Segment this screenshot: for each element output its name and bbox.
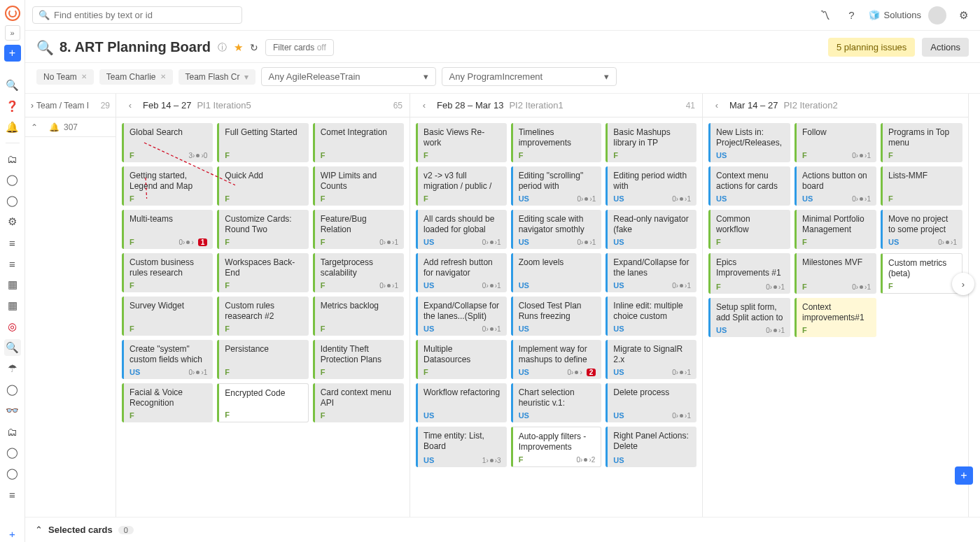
board-card[interactable]: Auto-apply filters - ImprovementsF0››2 <box>511 427 602 467</box>
board-card[interactable]: Common workflow improvementsF <box>708 210 790 249</box>
filter-cards-button[interactable]: Filter cards off <box>265 39 334 56</box>
board-card[interactable]: Expand/Collapse for the lanesUS0››1 <box>606 253 696 292</box>
board-card[interactable]: Lists-MMFF <box>881 166 962 206</box>
list-icon-3[interactable]: ≡ <box>4 486 21 503</box>
board-card[interactable]: Quick AddF <box>217 166 308 206</box>
board-card[interactable]: Global SearchF3››0 <box>122 123 213 162</box>
board-card[interactable]: Identity Theft Protection PlansF <box>313 340 404 379</box>
board-card[interactable]: Actions button on boardUS0››1 <box>794 166 876 206</box>
board-card[interactable]: Move no project to some project withUS0›… <box>881 210 962 249</box>
team-chip-charlie[interactable]: Team Charlie✕ <box>99 69 173 85</box>
actions-button[interactable]: Actions <box>922 38 969 57</box>
board-card[interactable]: Metrics backlogF <box>313 297 404 336</box>
board-card[interactable]: Create "system" custom fields whichUS0››… <box>122 340 213 379</box>
user-avatar[interactable] <box>928 6 946 24</box>
board-card[interactable]: Targetprocess scalabilityF0››1 <box>313 253 404 292</box>
board-card[interactable]: Implement way for mashups to defineUS0››… <box>511 340 602 379</box>
board-card[interactable]: WIP Limits and CountsF <box>313 166 404 206</box>
settings-sliders-icon[interactable]: ⚙ <box>4 213 21 230</box>
board-card[interactable]: Delete processUS0››1 <box>606 383 696 422</box>
board-card[interactable]: Editing scale with navigator smothlyUS0›… <box>511 210 602 249</box>
help-nav-icon[interactable]: ❓ <box>4 98 21 115</box>
board-card[interactable]: Card context menu APIF <box>313 383 404 422</box>
board-card[interactable]: Context menu actions for cards v2US <box>708 166 790 206</box>
board-card[interactable]: Multiple DatasourcesF <box>416 340 507 379</box>
grid-icon-2[interactable]: ▦ <box>4 297 21 314</box>
close-icon[interactable]: ✕ <box>81 73 87 80</box>
global-search[interactable]: 🔍 <box>32 6 242 24</box>
planning-issues-button[interactable]: 5 planning issues <box>828 38 915 57</box>
circle-icon-4[interactable]: ◯ <box>4 465 21 482</box>
magnifier-icon[interactable]: 🔍 <box>4 339 21 356</box>
board-card[interactable]: Facial & Voice RecognitionF <box>122 383 213 422</box>
team-chip-noteam[interactable]: No Team✕ <box>36 69 94 85</box>
board-card[interactable]: Custom business rules researchF <box>122 253 213 292</box>
clock-icon[interactable]: ◯ <box>4 381 21 398</box>
folder-icon[interactable]: 🗂 <box>4 150 21 167</box>
target-icon[interactable]: ◎ <box>4 318 21 335</box>
board-card[interactable]: Custom metrics (beta)F <box>881 253 962 294</box>
board-card[interactable]: Right Panel Actions: DeleteUS <box>606 427 696 467</box>
board-card[interactable]: Expand/Collapse for the lanes...(Split)U… <box>416 297 507 336</box>
analytics-icon[interactable]: 〽 <box>816 6 835 25</box>
board-card[interactable]: Getting started, Legend and MapF <box>122 166 213 206</box>
list-icon-2[interactable]: ≡ <box>4 255 21 272</box>
board-card[interactable]: PersistanceF <box>217 340 308 379</box>
search-input[interactable] <box>54 10 236 20</box>
help-icon[interactable]: ? <box>842 6 862 25</box>
search-icon[interactable]: 🔍 <box>4 77 21 94</box>
board-card[interactable]: v2 -> v3 full migration / public /F <box>416 166 507 206</box>
board-card[interactable]: Basic Mashups library in TPF <box>606 123 696 162</box>
board-card[interactable]: Basic Views Re-workF <box>416 123 507 162</box>
board-card[interactable]: Epics Improvements #1F0››1 <box>708 253 790 294</box>
board-card[interactable]: Custom rules reasearch #2F <box>217 297 308 336</box>
board-card[interactable]: Zoom levelsUS <box>511 253 602 292</box>
board-card[interactable]: Timelines improvementsF <box>511 123 602 162</box>
team-chip-flash[interactable]: Team Flash Cr▾ <box>178 69 255 85</box>
board-card[interactable]: Full Getting StartedF <box>217 123 308 162</box>
board-card[interactable]: Inline edit: multiple choice customUS <box>606 297 696 336</box>
list-icon[interactable]: ≡ <box>4 234 21 251</box>
chevron-up-icon[interactable]: ⌃ <box>35 525 43 535</box>
glasses-icon[interactable] <box>4 402 21 419</box>
board-card[interactable]: Programs in Top menuF <box>881 123 962 162</box>
chevron-right-icon[interactable]: › <box>31 101 34 110</box>
add-button[interactable]: + <box>4 45 21 62</box>
board-card[interactable]: Workspaces Back-EndF <box>217 253 308 292</box>
board-card[interactable]: Add refresh button for navigatorUS0››1 <box>416 253 507 292</box>
circle-icon-3[interactable]: ◯ <box>4 444 21 461</box>
next-period-button[interactable]: › <box>952 273 974 295</box>
board-card[interactable]: Workflow refactoringUS <box>416 383 507 422</box>
refresh-icon[interactable]: ↻ <box>250 42 258 53</box>
board-card[interactable]: Survey WidgetF <box>122 297 213 336</box>
prev-icon[interactable]: ‹ <box>417 99 431 113</box>
board-card[interactable]: New Lists in: Project/Releases,US <box>708 123 790 162</box>
prev-icon[interactable]: ‹ <box>123 99 137 113</box>
close-icon[interactable]: ✕ <box>160 73 166 80</box>
board-card[interactable]: Read-only navigator (fakeUS <box>606 210 696 249</box>
umbrella-icon[interactable]: ☂ <box>4 360 21 377</box>
board-card[interactable]: Setup split form, add Split action toUS0… <box>708 298 790 337</box>
program-increment-select[interactable]: Any ProgramIncrement▾ <box>442 67 617 86</box>
board-card[interactable]: Time entity: List, BoardUS1››3 <box>416 427 507 467</box>
board-card[interactable]: Feature/Bug RelationF0››1 <box>313 210 404 249</box>
board-card[interactable]: Context improvements#1F <box>794 298 876 337</box>
solutions-button[interactable]: 🧊 Solutions <box>869 10 921 20</box>
board-card[interactable]: Multi-teamsF0››1 <box>122 210 213 249</box>
board-card[interactable]: FollowF0››1 <box>794 123 876 162</box>
stack-icon[interactable]: 🗂 <box>4 423 21 440</box>
board-card[interactable]: All cards should be loaded for globalUS0… <box>416 210 507 249</box>
notifications-icon[interactable]: 🔔 <box>4 119 21 136</box>
board-card[interactable]: Customize Cards: Round TwoF <box>217 210 308 249</box>
release-train-select[interactable]: Any AgileReleaseTrain▾ <box>261 67 436 86</box>
circle-icon[interactable]: ◯ <box>4 171 21 188</box>
settings-icon[interactable]: ⚙ <box>953 6 973 25</box>
collapse-icon[interactable]: ⌃ <box>31 122 38 132</box>
add-card-button[interactable]: + <box>955 466 973 485</box>
board-card[interactable]: Editing period width withUS0››1 <box>606 166 696 206</box>
star-icon[interactable]: ★ <box>234 41 243 54</box>
board-card[interactable]: Comet IntegrationF <box>313 123 404 162</box>
board-card[interactable]: Editing "scrolling" period withUS0››1 <box>511 166 602 206</box>
add-bottom-button[interactable]: + <box>4 525 21 542</box>
grid-icon[interactable]: ▦ <box>4 276 21 293</box>
